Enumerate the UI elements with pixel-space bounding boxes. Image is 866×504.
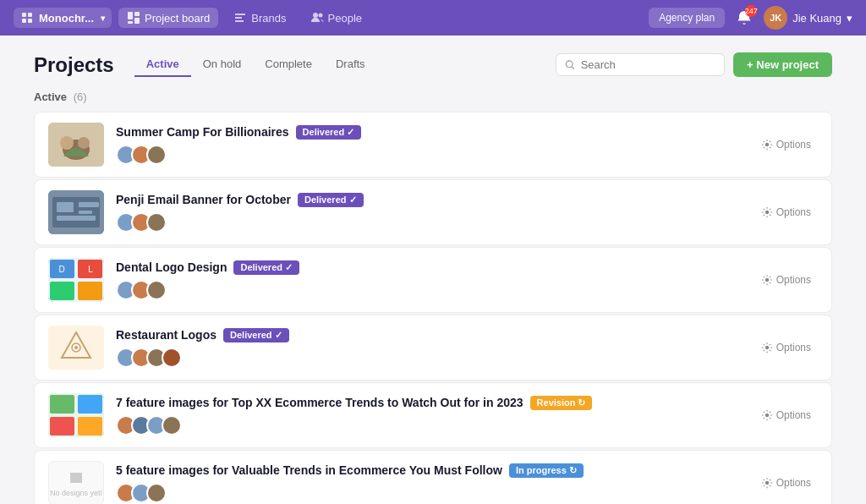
nav-people-label: People (328, 12, 362, 25)
svg-line-11 (572, 66, 574, 68)
section-label: Active (6) (34, 90, 832, 103)
tab-complete[interactable]: Complete (253, 52, 324, 77)
options-button[interactable]: Options (754, 203, 818, 222)
project-name: Summer Camp For Billionaires (116, 125, 289, 139)
project-name: Penji Email Banner for October (116, 193, 291, 206)
svg-point-10 (566, 60, 573, 67)
project-name-row: 7 feature images for Top XX Ecommerce Tr… (116, 396, 743, 410)
svg-rect-3 (28, 19, 32, 23)
svg-text:L: L (88, 265, 93, 274)
gear-icon (761, 342, 773, 353)
notifications-button[interactable]: 247 (732, 5, 757, 30)
options-button[interactable]: Options (754, 474, 818, 492)
brand-name: Monochr... (39, 12, 94, 25)
project-info: Summer Camp For BillionairesDelivered ✓ (116, 125, 743, 165)
brand-menu[interactable]: Monochr... ▾ (14, 8, 112, 28)
status-badge: Delivered ✓ (223, 328, 289, 342)
project-thumbnail (48, 123, 104, 167)
avatar-group (116, 483, 743, 503)
avatar-group (116, 348, 743, 368)
project-card: Summer Camp For BillionairesDelivered ✓ … (34, 112, 832, 178)
project-card: Penji Email Banner for OctoberDelivered … (34, 179, 832, 245)
avatar-group (116, 212, 743, 233)
options-label: Options (776, 477, 811, 489)
user-menu[interactable]: JK Jie Kuang ▾ (764, 6, 852, 30)
project-thumbnail (48, 190, 104, 234)
tab-active[interactable]: Active (134, 52, 191, 77)
svg-rect-6 (134, 18, 140, 24)
search-input[interactable] (581, 58, 715, 71)
svg-rect-4 (128, 12, 133, 19)
avatar (162, 415, 182, 436)
options-label: Options (776, 206, 811, 218)
options-button[interactable]: Options (754, 406, 818, 425)
project-thumbnail (48, 393, 104, 437)
avatar-group (116, 280, 743, 300)
project-thumbnail: DL (48, 258, 104, 302)
svg-point-15 (78, 137, 90, 149)
status-badge: In progress ↻ (509, 463, 584, 478)
options-label: Options (776, 274, 811, 286)
gear-icon (761, 477, 773, 489)
avatar (146, 145, 167, 165)
svg-rect-21 (79, 211, 92, 214)
svg-point-36 (765, 346, 768, 349)
avatar (146, 212, 167, 233)
nav-people[interactable]: People (302, 8, 370, 28)
tab-onhold[interactable]: On hold (191, 52, 254, 77)
svg-rect-19 (57, 202, 74, 212)
project-name: Restaurant Logos (116, 328, 216, 342)
nav-board-label: Project board (145, 12, 210, 25)
svg-rect-28 (78, 282, 102, 300)
search-box[interactable] (556, 53, 725, 76)
user-menu-chevron: ▾ (847, 12, 852, 25)
project-info: Dental Logo DesignDelivered ✓ (116, 260, 743, 300)
page-header: Projects Active On hold Complete Drafts … (34, 52, 832, 77)
options-label: Options (776, 139, 811, 151)
user-name: Jie Kuang (792, 12, 841, 25)
avatar (162, 348, 182, 368)
svg-point-31 (765, 278, 768, 282)
project-name: 7 feature images for Top XX Ecommerce Tr… (116, 396, 523, 409)
status-badge: Delivered ✓ (233, 260, 299, 275)
svg-rect-20 (79, 202, 99, 207)
status-badge: Delivered ✓ (298, 193, 364, 207)
agency-plan-button[interactable]: Agency plan (649, 8, 725, 28)
svg-rect-38 (50, 395, 74, 414)
project-name-row: Dental Logo DesignDelivered ✓ (116, 260, 743, 275)
tab-drafts[interactable]: Drafts (324, 52, 377, 77)
options-label: Options (776, 342, 811, 353)
nav-brands[interactable]: Brands (225, 8, 294, 28)
project-name: 5 feature images for Valuable Trends in … (116, 463, 502, 477)
options-button[interactable]: Options (754, 135, 818, 154)
avatar (146, 483, 167, 503)
main-content: Projects Active On hold Complete Drafts … (0, 36, 866, 504)
project-name-row: Restaurant LogosDelivered ✓ (116, 328, 743, 342)
tab-bar: Active On hold Complete Drafts (134, 52, 377, 77)
svg-point-16 (765, 143, 768, 146)
svg-rect-7 (128, 21, 133, 24)
svg-rect-39 (78, 395, 102, 414)
nav-project-board[interactable]: Project board (118, 8, 218, 28)
svg-text:D: D (58, 265, 64, 274)
project-card: DLDental Logo DesignDelivered ✓ Options (34, 247, 832, 313)
svg-rect-27 (50, 282, 74, 300)
project-name-row: Penji Email Banner for OctoberDelivered … (116, 193, 743, 207)
options-button[interactable]: Options (754, 338, 818, 357)
project-name-row: 5 feature images for Valuable Trends in … (116, 463, 743, 478)
options-button[interactable]: Options (754, 271, 818, 289)
svg-rect-22 (57, 216, 96, 221)
svg-rect-5 (134, 12, 140, 16)
project-card: 7 feature images for Top XX Ecommerce Tr… (34, 382, 832, 448)
new-project-button[interactable]: + New project (733, 52, 832, 77)
page-title: Projects (34, 53, 114, 77)
svg-rect-0 (22, 13, 26, 17)
project-info: 7 feature images for Top XX Ecommerce Tr… (116, 396, 743, 436)
svg-point-35 (74, 346, 78, 349)
project-list: Summer Camp For BillionairesDelivered ✓ … (34, 112, 832, 504)
project-info: Restaurant LogosDelivered ✓ (116, 328, 743, 368)
svg-point-42 (765, 414, 768, 417)
project-card: Restaurant LogosDelivered ✓ Options (34, 315, 832, 381)
svg-point-23 (765, 211, 768, 214)
svg-point-14 (60, 136, 74, 150)
